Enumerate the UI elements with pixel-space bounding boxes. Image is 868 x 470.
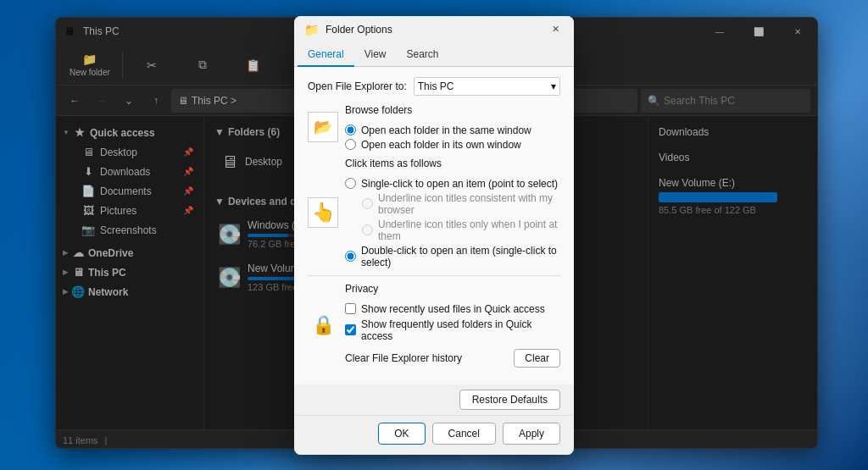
radio-same-window-input[interactable] [345, 124, 356, 135]
clear-history-label: Clear File Explorer history [345, 352, 507, 364]
ok-button[interactable]: OK [378, 423, 425, 445]
open-file-label: Open File Explorer to: [308, 80, 407, 92]
click-items-icon: 👆 [308, 197, 338, 228]
cancel-button[interactable]: Cancel [432, 423, 496, 445]
dialog-title-bar: 📁 Folder Options ✕ [294, 16, 574, 43]
restore-defaults-button[interactable]: Restore Defaults [459, 390, 560, 410]
tab-view[interactable]: View [354, 43, 397, 67]
radio-double-click-label: Double-click to open an item (single-cli… [361, 245, 560, 268]
browse-folders-radio-group: Open each folder in the same window Open… [345, 124, 531, 151]
privacy-frequent-folders-checkbox[interactable] [345, 324, 356, 335]
radio-own-window[interactable]: Open each folder in its own window [345, 139, 531, 151]
restore-defaults-row: Restore Defaults [294, 384, 574, 415]
dialog-close-button[interactable]: ✕ [543, 18, 567, 41]
radio-single-click-input[interactable] [345, 178, 356, 189]
open-file-value: This PC [418, 80, 454, 92]
radio-single-click[interactable]: Single-click to open an item (point to s… [345, 178, 560, 190]
browse-folders-label: Browse folders [345, 104, 531, 116]
folder-options-dialog: 📁 Folder Options ✕ General View Search O… [294, 16, 574, 455]
radio-double-click[interactable]: Double-click to open an item (single-cli… [345, 245, 560, 268]
browse-folders-row: 📂 Browse folders Open each folder in the… [308, 104, 560, 151]
privacy-label: Privacy [345, 283, 560, 295]
radio-underline-point[interactable]: Underline icon titles only when I point … [345, 218, 560, 242]
radio-underline-point-input[interactable] [362, 224, 373, 235]
radio-double-click-input[interactable] [345, 251, 356, 262]
dropdown-chevron-icon: ▾ [551, 80, 556, 92]
radio-own-window-label: Open each folder in its own window [361, 139, 521, 151]
dialog-body: Open File Explorer to: This PC ▾ 📂 Brows… [294, 67, 574, 384]
radio-own-window-input[interactable] [345, 139, 356, 150]
privacy-frequent-folders-label: Show frequently used folders in Quick ac… [361, 318, 560, 342]
tab-search[interactable]: Search [397, 43, 449, 67]
privacy-divider [308, 275, 560, 276]
dialog-tabs: General View Search [294, 43, 574, 67]
dialog-title-icon: 📁 [304, 23, 319, 36]
radio-underline-point-label: Underline icon titles only when I point … [378, 218, 560, 242]
clear-button[interactable]: Clear [514, 349, 560, 368]
privacy-recently-used-checkbox[interactable] [345, 303, 356, 314]
open-file-row: Open File Explorer to: This PC ▾ [308, 77, 560, 96]
radio-underline-consistent-input[interactable] [362, 198, 373, 209]
browse-folders-options: Browse folders Open each folder in the s… [345, 104, 531, 151]
click-items-label: Click items as follows [345, 158, 560, 169]
privacy-icon: 🔒 [308, 310, 338, 340]
privacy-row: 🔒 Privacy Show recently used files in Qu… [308, 283, 560, 368]
dialog-footer: OK Cancel Apply [294, 415, 574, 455]
tab-general[interactable]: General [298, 43, 354, 67]
radio-single-click-label: Single-click to open an item (point to s… [361, 178, 558, 190]
privacy-recently-used-label: Show recently used files in Quick access [361, 303, 545, 315]
click-items-row: 👆 Click items as follows Single-click to… [308, 158, 560, 268]
radio-underline-consistent[interactable]: Underline icon titles consistent with my… [345, 192, 560, 216]
privacy-frequent-folders[interactable]: Show frequently used folders in Quick ac… [345, 318, 560, 342]
apply-button[interactable]: Apply [503, 423, 560, 445]
click-items-radio-group: Single-click to open an item (point to s… [345, 178, 560, 268]
radio-same-window-label: Open each folder in the same window [361, 124, 531, 136]
radio-underline-consistent-label: Underline icon titles consistent with my… [378, 192, 560, 216]
browse-folders-icon: 📂 [308, 112, 338, 142]
dialog-overlay: 📁 Folder Options ✕ General View Search O… [0, 0, 868, 470]
clear-history-row: Clear File Explorer history Clear [345, 349, 560, 368]
dialog-title: Folder Options [326, 24, 537, 36]
privacy-options: Privacy Show recently used files in Quic… [345, 283, 560, 368]
privacy-recently-used[interactable]: Show recently used files in Quick access [345, 303, 560, 315]
click-items-options: Click items as follows Single-click to o… [345, 158, 560, 268]
radio-same-window[interactable]: Open each folder in the same window [345, 124, 531, 136]
open-file-select[interactable]: This PC ▾ [414, 77, 560, 96]
